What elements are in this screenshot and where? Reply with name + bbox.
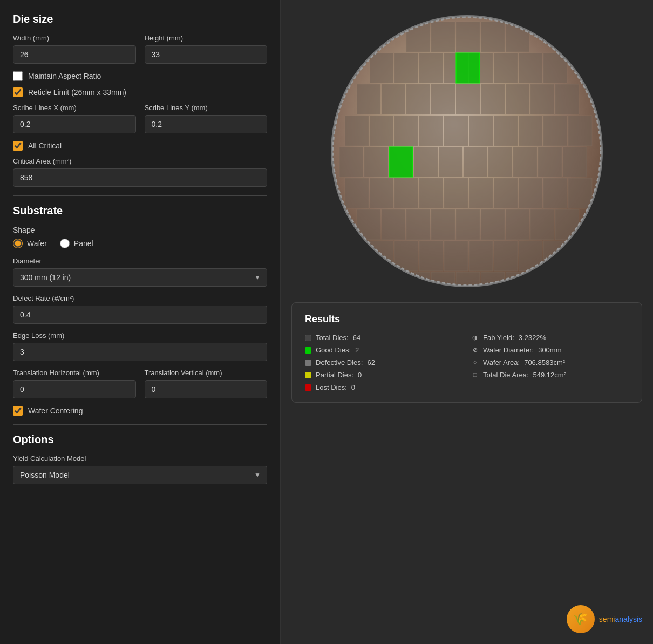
lost-dies-item: Lost Dies: 0 — [305, 383, 462, 391]
translation-v-col: Translation Vertical (mm) — [145, 369, 268, 398]
maintain-aspect-ratio-label[interactable]: Maintain Aspect Ratio — [28, 72, 101, 80]
svg-rect-47 — [394, 178, 418, 208]
svg-rect-40 — [464, 147, 487, 177]
divider-2 — [13, 424, 267, 425]
wafer-radio[interactable] — [13, 239, 23, 248]
maintain-aspect-ratio-checkbox[interactable] — [13, 71, 23, 81]
svg-rect-56 — [382, 209, 405, 240]
width-input[interactable] — [13, 45, 136, 64]
reticle-limit-row: Reticle Limit (26mm x 33mm) — [13, 87, 267, 97]
left-panel: Die size Width (mm) Height (mm) Maintain… — [0, 0, 281, 644]
reticle-limit-label[interactable]: Reticle Limit (26mm x 33mm) — [28, 88, 126, 97]
svg-rect-68 — [469, 241, 493, 271]
svg-rect-4 — [431, 22, 455, 52]
wafer-centering-row: Wafer Centering — [13, 406, 267, 416]
yield-select[interactable]: Poisson Model Murphy Model Seeds Model — [13, 466, 267, 484]
total-die-area-value: 549.12cm² — [533, 371, 566, 379]
wafer-area-icon: ○ — [471, 359, 479, 367]
wafer-diameter-value: 300mm — [538, 346, 561, 354]
good-die-2 — [389, 147, 413, 177]
svg-rect-10 — [419, 53, 443, 83]
svg-rect-66 — [419, 241, 443, 271]
width-height-row: Width (mm) Height (mm) — [13, 34, 267, 64]
svg-rect-51 — [494, 178, 518, 208]
translation-v-input[interactable] — [145, 380, 268, 398]
wafer-svg — [326, 11, 607, 292]
partial-dies-value: 0 — [358, 371, 362, 379]
panel-radio[interactable] — [60, 239, 70, 248]
svg-rect-30 — [469, 116, 493, 146]
total-dies-dot — [305, 335, 311, 341]
partial-dies-item: Partial Dies: 0 — [305, 371, 462, 379]
svg-rect-49 — [444, 178, 468, 208]
svg-rect-8 — [370, 53, 393, 83]
partial-dies-dot — [305, 372, 311, 378]
edge-loss-input[interactable] — [13, 343, 267, 361]
svg-rect-6 — [481, 22, 505, 52]
wafer-diameter-label: Wafer Diameter: — [483, 346, 534, 354]
svg-rect-14 — [519, 53, 542, 83]
scribe-y-input[interactable] — [145, 115, 268, 133]
svg-rect-44 — [563, 147, 587, 177]
svg-rect-21 — [481, 84, 505, 114]
diameter-select[interactable]: 300 mm (12 in) 200 mm (8 in) 150 mm (6 i… — [13, 268, 267, 287]
diameter-label: Diameter — [13, 257, 267, 265]
fab-yield-value: 3.2322% — [519, 334, 546, 342]
wafer-radio-item: Wafer — [13, 239, 47, 248]
reticle-limit-checkbox[interactable] — [13, 87, 23, 97]
defective-dies-item: Defective Dies: 62 — [305, 358, 462, 367]
options-title: Options — [13, 433, 267, 446]
partial-dies-label: Partial Dies: — [316, 371, 353, 379]
critical-area-input[interactable] — [13, 168, 267, 187]
edge-loss-label: Edge Loss (mm) — [13, 331, 267, 340]
diameter-select-wrapper: 300 mm (12 in) 200 mm (8 in) 150 mm (6 i… — [13, 268, 267, 287]
svg-rect-25 — [345, 116, 369, 146]
all-critical-label[interactable]: All Critical — [28, 141, 62, 150]
svg-rect-50 — [469, 178, 493, 208]
defect-rate-label: Defect Rate (#/cm²) — [13, 294, 267, 302]
svg-rect-23 — [530, 84, 554, 114]
wafer-centering-checkbox[interactable] — [13, 406, 23, 416]
defect-rate-input[interactable] — [13, 306, 267, 324]
translation-h-label: Translation Horizontal (mm) — [13, 369, 136, 377]
svg-rect-32 — [519, 116, 542, 146]
wafer-centering-label[interactable]: Wafer Centering — [28, 406, 83, 415]
substrate-section: Substrate Shape Wafer Panel Diameter 300… — [13, 205, 267, 416]
scribe-x-input[interactable] — [13, 115, 136, 133]
svg-rect-28 — [419, 116, 443, 146]
svg-rect-53 — [543, 178, 567, 208]
maintain-aspect-ratio-row: Maintain Aspect Ratio — [13, 71, 267, 81]
svg-rect-34 — [568, 116, 592, 146]
svg-rect-29 — [444, 116, 468, 146]
svg-rect-31 — [494, 116, 518, 146]
all-critical-checkbox[interactable] — [13, 141, 23, 151]
lost-dies-value: 0 — [351, 383, 355, 391]
defective-dies-dot — [305, 360, 311, 366]
svg-rect-54 — [568, 178, 592, 208]
total-dies-item: Total Dies: 64 — [305, 334, 462, 342]
panel-radio-label[interactable]: Panel — [74, 239, 93, 248]
shape-label: Shape — [13, 226, 267, 234]
svg-rect-42 — [513, 147, 537, 177]
translation-h-input[interactable] — [13, 380, 136, 398]
height-input[interactable] — [145, 45, 268, 64]
wafer-radio-label[interactable]: Wafer — [27, 239, 47, 248]
critical-area-label: Critical Area (mm²) — [13, 157, 267, 165]
svg-rect-58 — [431, 209, 455, 240]
fab-yield-item: ◑ Fab Yield: 3.2322% — [471, 334, 629, 342]
svg-rect-45 — [345, 178, 369, 208]
defective-dies-label: Defective Dies: — [316, 358, 363, 367]
width-label: Width (mm) — [13, 34, 136, 42]
logo-area: 🌾 semianalysis — [567, 605, 642, 633]
edge-loss-field: Edge Loss (mm) — [13, 331, 267, 361]
scribe-lines-row: Scribe Lines X (mm) Scribe Lines Y (mm) — [13, 104, 267, 133]
lost-dies-dot — [305, 384, 311, 391]
panel-radio-item: Panel — [60, 239, 93, 248]
svg-rect-63 — [555, 209, 579, 240]
all-critical-row: All Critical — [13, 141, 267, 151]
svg-rect-36 — [364, 147, 388, 177]
yield-calc-label: Yield Calculation Model — [13, 455, 267, 463]
svg-rect-46 — [370, 178, 393, 208]
good-dies-dot — [305, 347, 311, 354]
scribe-x-label: Scribe Lines X (mm) — [13, 104, 136, 112]
